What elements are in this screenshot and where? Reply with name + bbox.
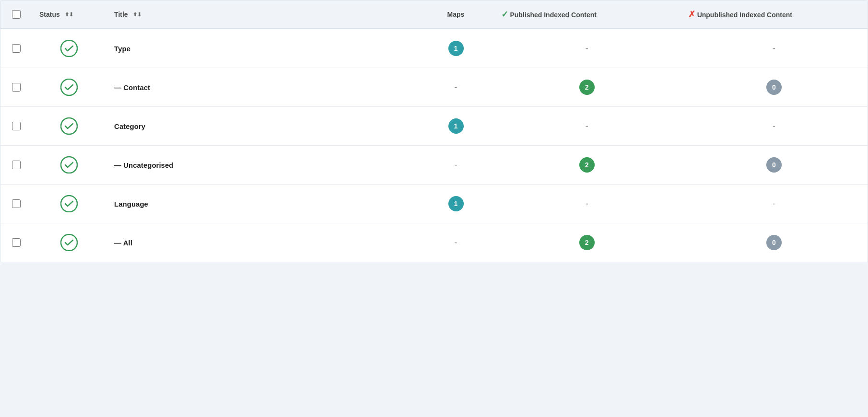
status-check-icon [60, 117, 78, 135]
row-title-cell: Category [106, 107, 418, 146]
row-checkbox-cell [0, 146, 32, 185]
row-status-cell [32, 68, 106, 107]
row-title-text: — Contact [114, 83, 150, 92]
maps-label: Maps [447, 11, 465, 18]
row-published-cell: 2 [493, 68, 680, 107]
row-maps-cell: - [418, 146, 493, 185]
row-title-text: Type [114, 45, 130, 53]
maps-dash: - [455, 82, 457, 92]
table-row: Language1-- [0, 185, 868, 223]
status-label: Status [39, 11, 60, 18]
svg-point-3 [61, 157, 77, 173]
published-badge: 2 [579, 157, 595, 173]
row-title-text: — All [114, 239, 132, 247]
maps-badge: 1 [448, 118, 464, 134]
unpublished-x-icon: ✗ [688, 10, 695, 19]
title-label: Title [114, 11, 128, 18]
table-row: — All-20 [0, 223, 868, 262]
published-label: Published Indexed Content [510, 11, 596, 19]
unpublished-badge: 0 [766, 157, 782, 173]
row-checkbox[interactable] [12, 44, 21, 53]
row-checkbox-cell [0, 185, 32, 223]
published-dash: - [586, 44, 588, 53]
row-title-text: — Uncategorised [114, 161, 173, 169]
title-sort-icon[interactable]: ⬆⬇ [133, 12, 141, 18]
row-unpublished-cell: 0 [680, 223, 868, 262]
row-published-cell: 2 [493, 223, 680, 262]
row-unpublished-cell: 0 [680, 146, 868, 185]
row-maps-cell: 1 [418, 107, 493, 146]
row-title-cell: Type [106, 29, 418, 68]
status-check-icon [60, 40, 78, 57]
status-check-icon [60, 195, 78, 212]
table-row: — Contact-20 [0, 68, 868, 107]
row-maps-cell: 1 [418, 29, 493, 68]
select-all-header[interactable] [0, 0, 32, 29]
row-published-cell: 2 [493, 146, 680, 185]
unpublished-column-header: ✗ Unpublished Indexed Content [680, 0, 868, 29]
svg-point-5 [61, 234, 77, 251]
unpublished-label: Unpublished Indexed Content [697, 11, 792, 19]
row-status-cell [32, 107, 106, 146]
status-check-icon [60, 234, 78, 251]
row-checkbox[interactable] [12, 122, 21, 130]
maps-badge: 1 [448, 41, 464, 56]
table-row: Type1-- [0, 29, 868, 68]
status-check-icon [60, 79, 78, 96]
table-row: — Uncategorised-20 [0, 146, 868, 185]
maps-column-header: Maps [418, 0, 493, 29]
row-checkbox-cell [0, 29, 32, 68]
row-checkbox-cell [0, 68, 32, 107]
svg-point-0 [61, 40, 77, 57]
unpublished-badge: 0 [766, 80, 782, 95]
row-published-cell: - [493, 29, 680, 68]
row-status-cell [32, 146, 106, 185]
row-maps-cell: 1 [418, 185, 493, 223]
row-status-cell [32, 29, 106, 68]
row-checkbox-cell [0, 107, 32, 146]
table-row: Category1-- [0, 107, 868, 146]
svg-point-4 [61, 196, 77, 212]
row-checkbox[interactable] [12, 199, 21, 208]
maps-dash: - [455, 160, 457, 170]
status-sort-icon[interactable]: ⬆⬇ [65, 12, 73, 18]
published-dash: - [586, 121, 588, 131]
published-badge: 2 [579, 80, 595, 95]
row-maps-cell: - [418, 68, 493, 107]
unpublished-dash: - [773, 44, 775, 53]
row-unpublished-cell: - [680, 29, 868, 68]
published-badge: 2 [579, 235, 595, 250]
title-column-header[interactable]: Title ⬆⬇ [106, 0, 418, 29]
row-checkbox[interactable] [12, 238, 21, 247]
unpublished-dash: - [773, 121, 775, 131]
published-check-icon: ✓ [501, 10, 508, 19]
row-maps-cell: - [418, 223, 493, 262]
row-title-cell: — Uncategorised [106, 146, 418, 185]
row-title-cell: Language [106, 185, 418, 223]
unpublished-badge: 0 [766, 235, 782, 250]
svg-point-1 [61, 79, 77, 95]
row-published-cell: - [493, 107, 680, 146]
row-unpublished-cell: 0 [680, 68, 868, 107]
row-title-text: Category [114, 122, 145, 130]
row-status-cell [32, 223, 106, 262]
row-checkbox[interactable] [12, 83, 21, 92]
row-published-cell: - [493, 185, 680, 223]
row-title-cell: — Contact [106, 68, 418, 107]
published-column-header: ✓ Published Indexed Content [493, 0, 680, 29]
row-checkbox[interactable] [12, 161, 21, 169]
row-unpublished-cell: - [680, 107, 868, 146]
row-title-text: Language [114, 200, 148, 208]
unpublished-dash: - [773, 199, 775, 208]
svg-point-2 [61, 118, 77, 134]
row-checkbox-cell [0, 223, 32, 262]
published-dash: - [586, 199, 588, 208]
maps-dash: - [455, 238, 457, 247]
row-status-cell [32, 185, 106, 223]
row-title-cell: — All [106, 223, 418, 262]
maps-badge: 1 [448, 196, 464, 211]
status-column-header[interactable]: Status ⬆⬇ [32, 0, 106, 29]
select-all-checkbox[interactable] [12, 10, 21, 19]
row-unpublished-cell: - [680, 185, 868, 223]
status-check-icon [60, 156, 78, 174]
